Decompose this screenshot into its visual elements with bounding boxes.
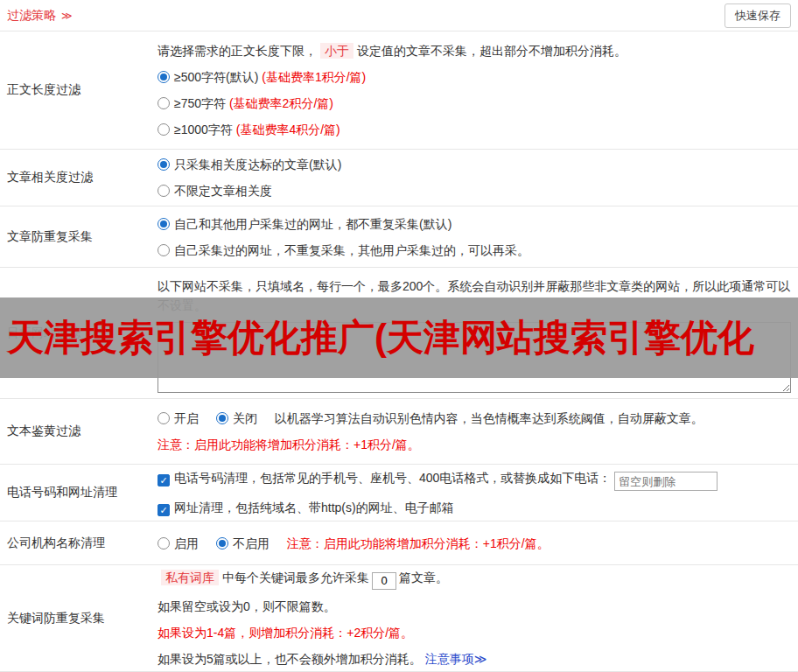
page-title-text: 过滤策略 xyxy=(7,8,56,22)
radio-icon-750[interactable] xyxy=(158,97,170,109)
toolbar: 过滤策略 ≫ 快速保存 xyxy=(0,0,798,32)
company-cleanup-options: 启用 不启用 注意：启用此功能将增加积分消耗：+1积分/篇。 xyxy=(158,534,791,553)
radio-icon-company-off[interactable] xyxy=(216,537,228,550)
site-filter-desc: 以下网站不采集，只填域名，每行一个，最多200个。系统会自动识别并屏蔽那些非文章… xyxy=(158,276,791,315)
radio-icon-1000[interactable] xyxy=(158,123,170,136)
radio-option-500[interactable]: ≥500字符(默认) (基础费率1积分/篇) xyxy=(158,67,791,87)
radio-note-750: (基础费率2积分/篇) xyxy=(229,96,333,110)
section-phone-url-cleanup: 电话号码和网址清理 电话号码清理，包括常见的手机号、座机号、400电话格式，或替… xyxy=(0,465,798,522)
section-keyword-dedup: 关键词防重复采集 私有词库中每个关键词最多允许采集篇文章。 如果留空或设为0，则… xyxy=(0,565,798,672)
radio-label-500[interactable]: ≥500字符(默认) xyxy=(174,70,258,84)
section-dedup-filter: 文章防重复采集 自己和其他用户采集过的网址，都不重复采集(默认) 自己采集过的网… xyxy=(0,206,798,268)
radio-icon-porn-on[interactable] xyxy=(158,412,170,424)
chevron-collapse-icon[interactable]: ≫ xyxy=(61,10,73,22)
page-title[interactable]: 过滤策略 ≫ xyxy=(7,8,72,24)
company-cleanup-note: 注意：启用此功能将增加积分消耗：+1积分/篇。 xyxy=(287,536,550,550)
radio-option-dedup-self[interactable]: 自己采集过的网址，不重复采集，其他用户采集过的，可以再采。 xyxy=(158,241,791,260)
keyword-dedup-line4-text: 如果设为5篇或以上，也不会额外增加积分消耗。 xyxy=(158,652,422,666)
radio-label-porn-off[interactable]: 关闭 xyxy=(233,411,257,425)
checkbox-option-url[interactable]: 网址清理，包括纯域名、带http(s)的网址、电子邮箱 xyxy=(158,498,791,517)
radio-option-dedup-all[interactable]: 自己和其他用户采集过的网址，都不重复采集(默认) xyxy=(158,214,791,234)
section-label-porn-filter: 文本鉴黄过滤 xyxy=(0,399,150,464)
section-label-relevance-filter: 文章相关度过滤 xyxy=(0,150,150,206)
porn-filter-note: 注意：启用此功能将增加积分消耗：+1积分/篇。 xyxy=(158,435,791,454)
radio-label-750[interactable]: ≥750字符 xyxy=(174,96,226,110)
checkbox-label-url[interactable]: 网址清理，包括纯域名、带http(s)的网址、电子邮箱 xyxy=(174,500,454,514)
section-label-dedup-filter: 文章防重复采集 xyxy=(0,206,150,267)
highlight-private-lexicon: 私有词库 xyxy=(161,570,219,585)
radio-label-relevance-no[interactable]: 不限定文章相关度 xyxy=(174,184,272,198)
desc-text-before: 请选择需求的正文长度下限， xyxy=(158,44,317,58)
highlight-less-than: 小于 xyxy=(320,43,354,59)
checkbox-checked-icon-phone[interactable] xyxy=(158,474,170,486)
max-articles-input[interactable] xyxy=(372,572,396,590)
section-length-filter: 正文长度过滤 请选择需求的正文长度下限，小于设定值的文章不采集，超出部分不增加积… xyxy=(0,32,798,150)
keyword-dedup-line3: 如果设为1-4篇，则增加积分消耗：+2积分/篇。 xyxy=(158,623,791,642)
radio-option-company-on[interactable]: 启用 xyxy=(158,536,199,550)
radio-icon-dedup-all[interactable] xyxy=(158,218,170,230)
radio-option-relevance-yes[interactable]: 只采集相关度达标的文章(默认) xyxy=(158,155,791,174)
length-filter-desc: 请选择需求的正文长度下限，小于设定值的文章不采集，超出部分不增加积分消耗。 xyxy=(158,41,791,60)
radio-icon-relevance-no[interactable] xyxy=(158,185,170,197)
radio-icon-company-on[interactable] xyxy=(158,537,170,550)
radio-label-porn-on[interactable]: 开启 xyxy=(174,411,199,425)
radio-option-relevance-no[interactable]: 不限定文章相关度 xyxy=(158,181,791,200)
section-site-filter: 目标网站过滤 以下网站不采集，只填域名，每行一个，最多200个。系统会自动识别并… xyxy=(0,268,798,399)
radio-icon-porn-off[interactable] xyxy=(216,412,228,424)
checkbox-checked-icon-url[interactable] xyxy=(158,504,170,516)
radio-label-relevance-yes[interactable]: 只采集相关度达标的文章(默认) xyxy=(174,158,341,172)
porn-filter-options: 开启 关闭 以机器学习算法自动识别色情内容，当色情概率达到系统阈值，自动屏蔽文章… xyxy=(158,409,791,428)
replacement-phone-input[interactable] xyxy=(614,472,718,491)
radio-label-company-off[interactable]: 不启用 xyxy=(233,536,270,550)
keyword-dedup-line2: 如果留空或设为0，则不限篇数。 xyxy=(158,597,791,616)
desc-text-after: 设定值的文章不采集，超出部分不增加积分消耗。 xyxy=(357,44,626,58)
radio-option-porn-on[interactable]: 开启 xyxy=(158,411,199,425)
checkbox-option-phone[interactable]: 电话号码清理，包括常见的手机号、座机号、400电话格式，或替换成如下电话： xyxy=(158,468,791,492)
radio-option-750[interactable]: ≥750字符 (基础费率2积分/篇) xyxy=(158,94,791,113)
section-label-keyword-dedup: 关键词防重复采集 xyxy=(0,565,150,671)
keyword-dedup-line1-tail: 篇文章。 xyxy=(399,570,448,584)
porn-filter-desc: 以机器学习算法自动识别色情内容，当色情概率达到系统阈值，自动屏蔽文章。 xyxy=(275,411,704,425)
radio-icon-relevance-yes[interactable] xyxy=(158,158,170,171)
quick-save-button[interactable]: 快速保存 xyxy=(724,4,791,28)
radio-label-1000[interactable]: ≥1000字符 xyxy=(174,122,233,136)
section-label-phone-url-cleanup: 电话号码和网址清理 xyxy=(0,465,150,521)
section-label-site-filter: 目标网站过滤 xyxy=(0,268,150,398)
section-porn-filter: 文本鉴黄过滤 开启 关闭 以机器学习算法自动识别色情内容，当色情概率达到系统阈值… xyxy=(0,399,798,465)
keyword-dedup-line1-mid: 中每个关键词最多允许采集 xyxy=(222,570,369,584)
radio-icon-dedup-self[interactable] xyxy=(158,244,170,256)
radio-option-porn-off[interactable]: 关闭 xyxy=(216,411,257,425)
section-company-cleanup: 公司机构名称清理 启用 不启用 注意：启用此功能将增加积分消耗：+1积分/篇。 xyxy=(0,522,798,565)
radio-note-1000: (基础费率4积分/篇) xyxy=(236,122,340,136)
keyword-dedup-line1: 私有词库中每个关键词最多允许采集篇文章。 xyxy=(158,568,791,590)
radio-label-dedup-all[interactable]: 自己和其他用户采集过的网址，都不重复采集(默认) xyxy=(174,217,452,231)
radio-icon-500[interactable] xyxy=(158,71,170,83)
checkbox-label-phone[interactable]: 电话号码清理，包括常见的手机号、座机号、400电话格式，或替换成如下电话： xyxy=(174,471,611,485)
radio-label-company-on[interactable]: 启用 xyxy=(174,536,199,550)
section-label-company-cleanup: 公司机构名称清理 xyxy=(0,522,150,564)
notes-link[interactable]: 注意事项≫ xyxy=(425,652,487,666)
blocked-sites-textarea[interactable] xyxy=(158,322,791,393)
section-relevance-filter: 文章相关度过滤 只采集相关度达标的文章(默认) 不限定文章相关度 xyxy=(0,150,798,206)
keyword-dedup-line4: 如果设为5篇或以上，也不会额外增加积分消耗。 注意事项≫ xyxy=(158,649,791,668)
radio-option-1000[interactable]: ≥1000字符 (基础费率4积分/篇) xyxy=(158,120,791,139)
radio-option-company-off[interactable]: 不启用 xyxy=(216,536,270,550)
section-label-length-filter: 正文长度过滤 xyxy=(0,32,150,149)
radio-label-dedup-self[interactable]: 自己采集过的网址，不重复采集，其他用户采集过的，可以再采。 xyxy=(174,243,529,257)
radio-note-500: (基础费率1积分/篇) xyxy=(262,70,366,84)
